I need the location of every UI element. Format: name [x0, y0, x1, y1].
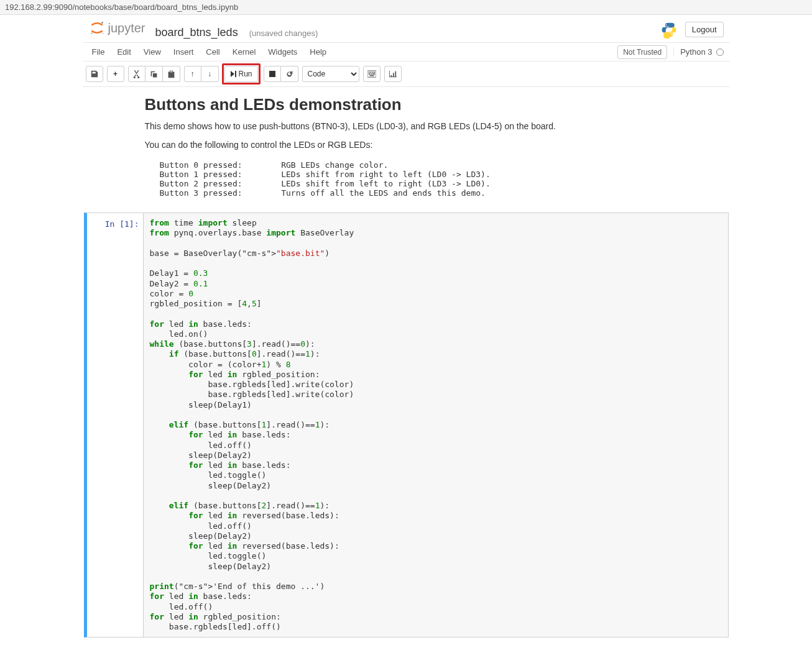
menubar: File Edit View Insert Cell Kernel Widget… [83, 43, 730, 62]
svg-point-2 [102, 33, 103, 34]
restart-button[interactable] [281, 66, 298, 82]
kernel-idle-icon [716, 48, 724, 56]
run-button[interactable]: Run [224, 66, 258, 82]
menu-widgets[interactable]: Widgets [262, 43, 303, 61]
svg-rect-7 [373, 72, 375, 73]
plus-icon: + [113, 70, 118, 78]
markdown-title: Buttons and LEDs demonstration [145, 95, 730, 114]
svg-rect-11 [369, 75, 374, 76]
code-input[interactable]: from time import sleep from pynq.overlay… [143, 213, 728, 637]
cut-button[interactable] [128, 66, 145, 82]
markdown-pre: Button 0 pressed: RGB LEDs change color.… [145, 157, 730, 201]
save-status: (unsaved changes) [249, 29, 318, 38]
kernel-name-text: Python 3 [680, 47, 712, 57]
menu-cell[interactable]: Cell [200, 43, 226, 61]
svg-point-0 [101, 22, 103, 24]
svg-point-1 [91, 32, 92, 34]
menu-file[interactable]: File [86, 43, 111, 61]
cell-prompt: In [1]: [87, 213, 143, 637]
menu-insert[interactable]: Insert [167, 43, 200, 61]
save-button[interactable] [86, 66, 103, 82]
notebook-container: Buttons and LEDs demonstration This demo… [83, 87, 730, 638]
arrow-down-icon: ↓ [208, 70, 211, 78]
paste-icon [167, 70, 175, 78]
logout-button[interactable]: Logout [685, 22, 724, 37]
command-palette-button[interactable] [363, 66, 381, 82]
cut-icon [132, 70, 141, 78]
jupyter-logo[interactable]: jupyter [89, 20, 145, 36]
menu-kernel[interactable]: Kernel [226, 43, 262, 61]
url-text: 192.168.2.99:9090/notebooks/base/board/b… [5, 2, 238, 12]
save-icon [90, 70, 99, 78]
kernel-indicator[interactable]: Python 3 [673, 47, 723, 57]
keyboard-icon [367, 70, 376, 78]
jupyter-brand-text: jupyter [108, 21, 145, 35]
svg-rect-5 [370, 72, 371, 73]
svg-rect-9 [371, 73, 372, 75]
run-label: Run [239, 70, 252, 78]
markdown-cell[interactable]: Buttons and LEDs demonstration This demo… [83, 92, 730, 208]
svg-rect-10 [372, 73, 374, 75]
code-cell[interactable]: In [1]: from time import sleep from pynq… [84, 213, 729, 638]
python-icon [660, 21, 678, 39]
move-up-button[interactable]: ↑ [184, 66, 201, 82]
url-bar[interactable]: 192.168.2.99:9090/notebooks/base/board/b… [0, 0, 812, 15]
trust-button[interactable]: Not Trusted [617, 45, 667, 59]
interrupt-button[interactable] [264, 66, 281, 82]
menu-view[interactable]: View [137, 43, 167, 61]
notebook-name[interactable]: board_btns_leds [155, 26, 238, 39]
insert-cell-button[interactable]: + [107, 66, 124, 82]
header: jupyter board_btns_leds (unsaved changes… [83, 15, 730, 43]
svg-rect-6 [372, 72, 373, 73]
menu-help[interactable]: Help [303, 43, 333, 61]
cell-toolbar-button[interactable] [384, 66, 402, 82]
jupyter-icon [89, 20, 105, 36]
svg-rect-8 [368, 73, 370, 75]
menu-edit[interactable]: Edit [111, 43, 137, 61]
arrow-up-icon: ↑ [191, 70, 195, 78]
copy-button[interactable] [145, 66, 163, 82]
copy-icon [150, 70, 158, 78]
move-down-button[interactable]: ↓ [201, 66, 219, 82]
stop-icon [269, 71, 275, 77]
run-icon [230, 71, 236, 77]
toolbar: + ↑ ↓ Run Code [83, 62, 730, 87]
restart-icon [285, 70, 293, 78]
paste-button[interactable] [163, 66, 180, 82]
cell-type-select[interactable]: Code [302, 66, 359, 82]
markdown-p2: You can do the following to control the … [145, 139, 730, 152]
chart-icon [389, 70, 397, 78]
svg-rect-4 [368, 72, 369, 73]
markdown-p1: This demo shows how to use push-buttons … [145, 121, 730, 133]
